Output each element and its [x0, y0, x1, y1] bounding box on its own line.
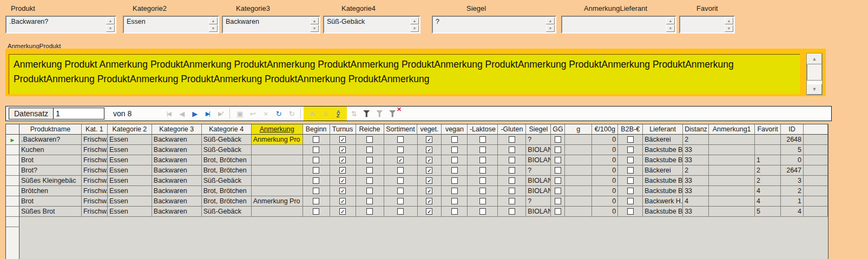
cell-beginn[interactable] [303, 155, 330, 165]
reiche-checkbox[interactable] [366, 147, 373, 153]
cell-blank[interactable] [804, 135, 828, 145]
cell-id[interactable]: 5 [781, 145, 804, 155]
cell-turnus[interactable]: ✓ [330, 155, 356, 165]
cell-b2b[interactable] [618, 135, 643, 145]
scrollbar-thumb[interactable] [807, 64, 822, 81]
undo-icon[interactable]: ↩ [246, 108, 259, 119]
cell-kategorie3[interactable]: Backwaren [152, 196, 202, 207]
row-selector[interactable] [6, 165, 19, 176]
sortiment-checkbox[interactable] [397, 198, 404, 204]
veget-checkbox[interactable]: ✓ [426, 147, 432, 153]
listbox-anmerkunglieferant[interactable]: ▲▼ [561, 16, 676, 34]
cell-eur[interactable]: 0 [592, 135, 618, 145]
cell-blank[interactable] [804, 145, 828, 155]
reiche-checkbox[interactable] [366, 157, 373, 163]
cell-sortiment[interactable] [384, 135, 418, 145]
cell-turnus[interactable]: ✓ [330, 176, 356, 186]
column-header-beginn[interactable]: Beginn [303, 124, 330, 135]
column-header-eur[interactable]: €/100g [592, 124, 618, 135]
vegan-checkbox[interactable] [451, 136, 458, 143]
cell-kategorie2[interactable]: Essen [108, 155, 152, 165]
listbox-scrollbar[interactable]: ▲▼ [546, 17, 555, 32]
gg-checkbox[interactable] [555, 198, 561, 204]
scroll-up-icon[interactable]: ▲ [807, 54, 822, 64]
cell-reiche[interactable] [356, 207, 384, 217]
cell-kategorie2[interactable]: Essen [108, 145, 152, 155]
cell-siegel[interactable]: BIOLAN [526, 207, 551, 217]
cell-siegel[interactable]: BIOLAN [526, 145, 551, 155]
cell-sortiment[interactable] [384, 165, 418, 176]
reiche-checkbox[interactable] [366, 177, 373, 184]
cell-sortiment[interactable]: ✓ [384, 155, 418, 165]
cell-vegan[interactable] [442, 145, 468, 155]
row-selector[interactable] [6, 217, 19, 227]
gluten-checkbox[interactable] [509, 167, 515, 174]
cell-laktose[interactable] [468, 165, 498, 176]
cell-g[interactable] [565, 165, 592, 176]
cell-kategorie2[interactable]: Essen [108, 176, 152, 186]
anmerkung-produkt-scrollbar[interactable]: ▲ ▼ [806, 53, 823, 95]
cell-favorit[interactable]: 1 [755, 155, 781, 165]
cell-kategorie4[interactable]: Süß-Gebäck [202, 145, 252, 155]
new-record-icon[interactable]: ▶* [214, 108, 227, 119]
reiche-checkbox[interactable] [366, 167, 373, 174]
b2b-checkbox[interactable] [627, 157, 634, 163]
cell-gluten[interactable] [498, 176, 526, 186]
cell-gg[interactable] [551, 207, 565, 217]
turnus-checkbox[interactable]: ✓ [339, 177, 346, 184]
scroll-down-icon[interactable]: ▼ [725, 25, 733, 32]
cell-kategorie3[interactable]: Backwaren [152, 155, 202, 165]
listbox-favorit[interactable]: ▲▼ [679, 16, 735, 34]
turnus-checkbox[interactable]: ✓ [339, 157, 346, 163]
sortiment-checkbox[interactable] [397, 208, 404, 215]
cell-kat1[interactable]: Frischw. [82, 176, 108, 186]
beginn-checkbox[interactable] [313, 188, 319, 194]
cell-produktname[interactable]: Brötchen [19, 186, 82, 196]
scroll-up-icon[interactable]: ▲ [106, 17, 115, 24]
cell-blank[interactable] [804, 196, 828, 207]
cell-anmerkung[interactable] [252, 145, 303, 155]
cell-turnus[interactable]: ✓ [330, 135, 356, 145]
cell-turnus[interactable]: ✓ [330, 165, 356, 176]
cell-b2b[interactable] [618, 207, 643, 217]
column-header-vegan[interactable]: vegan [442, 124, 468, 135]
cell-kategorie2[interactable]: Essen [108, 186, 152, 196]
cell-siegel[interactable]: BIOLAN [526, 186, 551, 196]
cell-blank[interactable] [804, 207, 828, 217]
scroll-down-icon[interactable]: ▼ [310, 25, 319, 32]
cell-favorit[interactable]: 4 [755, 186, 781, 196]
cell-kategorie3[interactable]: Backwaren [152, 135, 202, 145]
vegan-checkbox[interactable] [451, 208, 458, 215]
cell-produktname[interactable]: .Backwaren? [19, 135, 82, 145]
laktose-checkbox[interactable] [479, 136, 486, 143]
gg-checkbox[interactable] [555, 157, 561, 163]
scroll-up-icon[interactable]: ▲ [546, 17, 555, 24]
b2b-checkbox[interactable] [627, 188, 634, 194]
cell-anmerkung1[interactable] [709, 176, 755, 186]
last-record-icon[interactable]: ▶| [201, 108, 214, 119]
anmerkung-produkt-textbox[interactable]: Anmerkung Produkt Anmerkung ProduktAnmer… [9, 54, 800, 94]
veget-checkbox[interactable]: ✓ [426, 167, 432, 174]
b2b-checkbox[interactable] [627, 136, 634, 143]
laktose-checkbox[interactable] [479, 157, 486, 163]
row-selector[interactable] [6, 207, 19, 217]
cell-id[interactable]: 1 [781, 196, 804, 207]
column-header-b2b[interactable]: B2B-€ [618, 124, 643, 135]
cell-reiche[interactable] [356, 155, 384, 165]
cell-anmerkung1[interactable] [709, 196, 755, 207]
cell-g[interactable] [565, 186, 592, 196]
cell-kat1[interactable]: Frischw. [82, 196, 108, 207]
refresh-control-icon[interactable]: ↻ [285, 108, 298, 119]
row-selector[interactable] [6, 155, 19, 165]
cell-beginn[interactable] [303, 207, 330, 217]
sortiment-checkbox[interactable] [397, 136, 404, 143]
cell-lieferant[interactable]: Backstube B. [643, 155, 683, 165]
column-header-gluten[interactable]: -Gluten [498, 124, 526, 135]
row-selector[interactable] [6, 145, 19, 155]
cell-distanz[interactable]: 33 [683, 207, 709, 217]
cell-anmerkung1[interactable] [709, 155, 755, 165]
scroll-up-icon[interactable]: ▲ [410, 17, 419, 24]
cell-gluten[interactable] [498, 155, 526, 165]
cell-produktname[interactable]: Süßes Kleingebäc [19, 176, 82, 186]
cell-blank[interactable] [804, 176, 828, 186]
